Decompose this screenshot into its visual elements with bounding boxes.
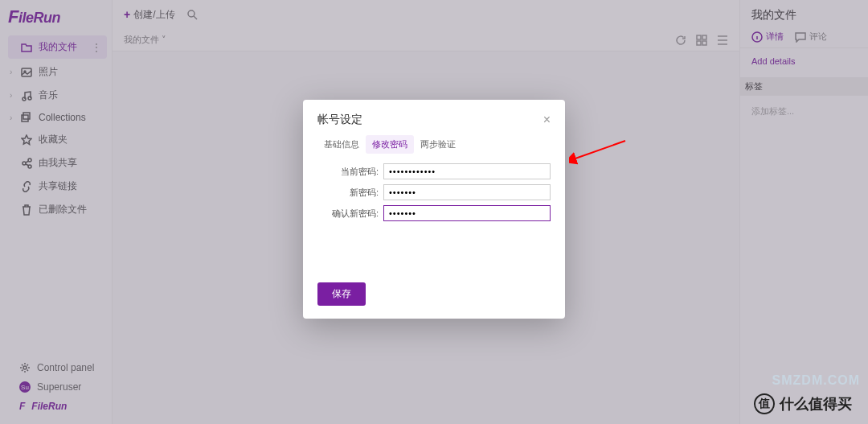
current-password-input[interactable] [383, 163, 551, 179]
new-password-label: 新密码: [317, 187, 379, 199]
watermark-text: 什么值得买 [780, 394, 852, 414]
tab-basic-info[interactable]: 基础信息 [317, 135, 366, 154]
watermark: 值 什么值得买 [754, 393, 852, 414]
tab-two-factor[interactable]: 两步验证 [414, 135, 462, 154]
confirm-password-label: 确认新密码: [317, 208, 379, 220]
save-button[interactable]: 保存 [317, 282, 366, 306]
new-password-input[interactable] [383, 184, 551, 200]
watermark-badge: 值 [754, 393, 775, 414]
dialog-tabs: 基础信息 修改密码 两步验证 [303, 135, 565, 154]
corner-watermark: SMZDM.COM [772, 373, 860, 388]
current-password-label: 当前密码: [317, 166, 379, 178]
confirm-password-input[interactable] [383, 205, 551, 221]
dialog-body: 当前密码: 新密码: 确认新密码: [303, 154, 565, 274]
account-settings-dialog: 帐号设定 × 基础信息 修改密码 两步验证 当前密码: 新密码: 确认新密码: … [303, 100, 565, 319]
dialog-title: 帐号设定 [317, 113, 362, 127]
modal-overlay: 帐号设定 × 基础信息 修改密码 两步验证 当前密码: 新密码: 确认新密码: … [0, 0, 868, 424]
tab-change-password[interactable]: 修改密码 [366, 135, 414, 154]
close-icon[interactable]: × [543, 113, 551, 127]
